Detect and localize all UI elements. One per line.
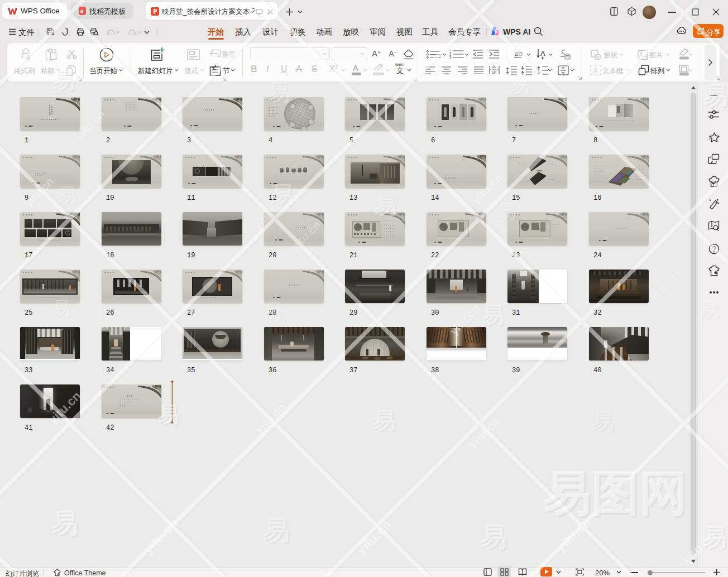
svg-text:A: A	[593, 67, 598, 75]
svg-text:A: A	[540, 49, 545, 57]
svg-text:3: 3	[449, 56, 452, 59]
